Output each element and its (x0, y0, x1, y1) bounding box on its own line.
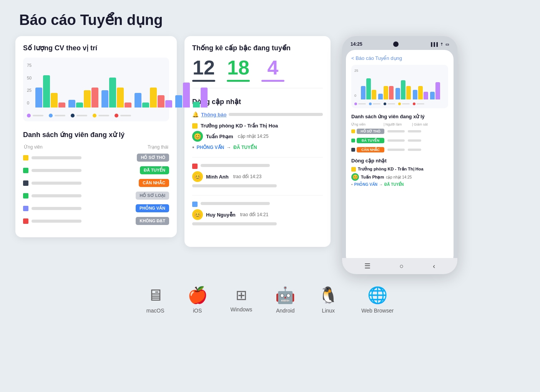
phone-menu-icon[interactable]: ☰ (364, 262, 371, 270)
legend-item (27, 114, 43, 117)
candidate-left (23, 206, 81, 211)
feed-section: Dòng cập nhật 🔔 Thông báo Trưởng phòng K… (192, 98, 323, 233)
feed-name-1: Trưởng phòng KD - Trần Thị Hoa (201, 123, 278, 129)
phone-cand-row-2: ĐÃ TUYỂN (351, 138, 448, 143)
avatar-tuan-pham: 😊 (192, 131, 203, 142)
notif-bar (229, 113, 323, 116)
phone-mini-bar (387, 139, 405, 142)
platform-windows: ⊞ Windows (231, 287, 253, 313)
candidate-name-bar (32, 207, 81, 210)
bar-group (430, 82, 440, 99)
bar-green (142, 103, 149, 108)
phone-feed-sub-name: Tuấn Phạm (361, 175, 384, 180)
android-icon: 🤖 (275, 286, 295, 304)
phone-cand-row-3: CÂN NHẮC (351, 147, 448, 152)
platform-web: 🌐 Web Browser (361, 286, 394, 314)
candidate-left (23, 193, 81, 198)
bar-purple (165, 100, 172, 108)
feed-sub-action-1: cập nhật 14:25 (238, 134, 269, 139)
feed-item-header-2 (192, 164, 323, 169)
phone-legend-dot (354, 103, 357, 105)
bar-group (35, 75, 65, 108)
candidate-color-purple (23, 206, 28, 211)
feed-item-1: Trưởng phòng KD - Trần Thị Hoa 😊 Tuấn Ph… (192, 123, 323, 157)
phone-col-h3: | Giám sát (412, 122, 435, 126)
feed-item-header: Trưởng phòng KD - Trần Thị Hoa (192, 123, 323, 129)
content-area: Số lượng CV theo vị trí 75 50 25 0 (15, 36, 525, 274)
feed-sub-action-3: trao đổi 14:21 (240, 212, 269, 217)
col-header-tt: Trạng thái (148, 144, 168, 150)
phone-legend (354, 103, 445, 105)
platforms-row: 🖥 macOS 🍎 iOS ⊞ Windows 🤖 Android 🐧 Linu… (146, 286, 394, 314)
phone-home-icon[interactable]: ○ (400, 262, 404, 270)
phone-frame: 14:25 ▐▐▐ ⇡ ▭ < Báo cáo Tuyển dụng (342, 36, 457, 274)
candidate-name-bar (32, 182, 81, 185)
windows-icon: ⊞ (236, 287, 247, 303)
legend-line (76, 115, 87, 116)
stat-item-3: 4 (261, 58, 284, 82)
candidate-left (23, 155, 81, 160)
phone-cand-row-1: HỒ SƠ THÔ (351, 129, 448, 134)
phone-cand-title: Danh sách ứng viên đang xử lý (351, 114, 448, 119)
phone-legend-dot (384, 103, 386, 105)
phone-legend-item (354, 103, 366, 105)
phone-feed-to: ĐÃ TUYỂN (384, 182, 404, 187)
battery-icon: ▭ (445, 42, 449, 46)
web-label: Web Browser (361, 308, 394, 314)
phone-back-icon[interactable]: ‹ (433, 262, 435, 270)
bar-group (101, 78, 131, 108)
feed-color-yellow (192, 123, 198, 129)
candidate-list-title: Danh sách ứng viên đang xử lý (23, 131, 169, 139)
phone-bar (395, 88, 400, 99)
stats-title: Thống kê cấp bậc đang tuyển (192, 44, 323, 52)
feed-color-blue (192, 202, 198, 207)
phone-y-labels: 25 0 (354, 69, 358, 98)
notif-label: Thông báo (201, 112, 226, 117)
feed-sub-action-2: trao đổi 14:23 (233, 174, 262, 179)
stat-underline-3 (261, 80, 284, 82)
phone-nav[interactable]: < Báo cáo Tuyển dụng (351, 55, 448, 61)
avatar-huy-nguyen: 😊 (192, 209, 203, 220)
candidate-color-green2 (23, 193, 28, 198)
phone-bar (418, 86, 423, 99)
feed-body-bar-2 (201, 164, 270, 167)
candidate-name-bar (32, 194, 81, 197)
chart-container: 75 50 25 0 (23, 58, 169, 121)
phone-screen: < Báo cáo Tuyển dụng 25 0 (346, 50, 454, 265)
phone-bar (389, 86, 394, 99)
legend-item (71, 114, 87, 117)
left-panel: Số lượng CV theo vị trí 75 50 25 0 (15, 36, 177, 237)
chart-section: Số lượng CV theo vị trí 75 50 25 0 (23, 44, 169, 121)
phone-mini-bar (387, 149, 405, 151)
bar-group (361, 78, 376, 99)
feed-color-red (192, 164, 198, 169)
bar-group (135, 88, 172, 108)
phone-wrapper: 14:25 ▐▐▐ ⇡ ▭ < Báo cáo Tuyển dụng (342, 36, 457, 274)
phone-legend-item (384, 103, 395, 105)
candidate-color-yellow (23, 155, 28, 160)
bar-yellow (117, 88, 124, 108)
macos-icon: 🖥 (147, 286, 163, 304)
phone-legend-item (413, 103, 424, 105)
phone-feed-section: Dòng cập nhật Trưởng phòng KD - Trần Thị… (351, 158, 448, 190)
feed-action-to-1: ĐÃ TUYỂN (233, 145, 257, 150)
bar-purple (201, 88, 208, 108)
bar-blue (135, 93, 141, 108)
phone-col-headers: Ứng viên | Người làm | Giám sát (351, 122, 448, 126)
bar-red (125, 103, 131, 108)
status-badge-khong-dat: KHÔNG ĐẠT (136, 217, 169, 225)
phone-cand-section: Danh sách ứng viên đang xử lý Ứng viên |… (351, 114, 448, 152)
phone-badge-can-nhac: CÂN NHẮC (357, 147, 384, 152)
phone-back-label[interactable]: < Báo cáo Tuyển dụng (351, 55, 402, 61)
phone-mini-bar (387, 130, 405, 132)
candidate-name-bar (32, 169, 81, 172)
phone-bar (384, 86, 388, 99)
phone-bar (435, 82, 440, 99)
feed-sub-name-1: Tuấn Phạm (206, 134, 233, 139)
legend-dot-blue (49, 114, 53, 117)
candidate-color-green (23, 168, 28, 173)
legend-dot-yellow (93, 114, 96, 117)
legend-item (93, 114, 109, 117)
feed-body-bar-2b (192, 184, 277, 187)
notification-bar: 🔔 Thông báo (192, 111, 323, 117)
